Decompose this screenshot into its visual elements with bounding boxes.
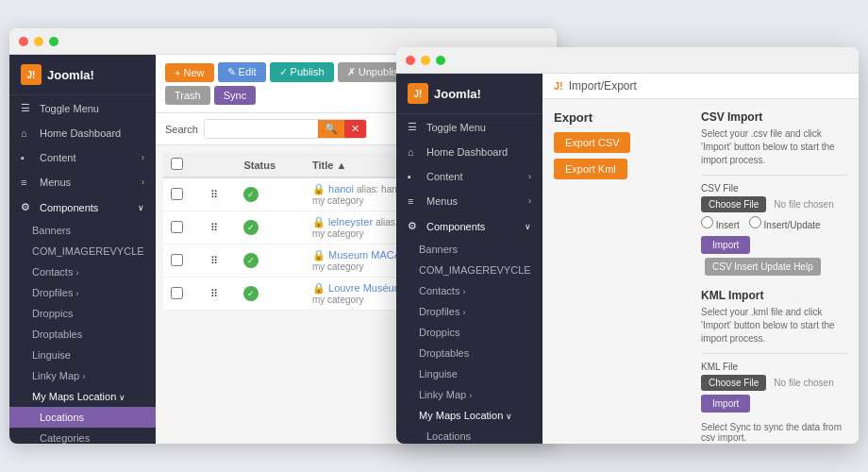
kml-import-button[interactable]: Import xyxy=(701,395,750,413)
sidebar-item-home[interactable]: ⌂ Home Dashboard xyxy=(9,121,156,145)
edit-button[interactable]: ✎ Edit xyxy=(218,62,266,82)
title-link[interactable]: hanoi xyxy=(328,183,354,194)
second-sidebar-dropfiles[interactable]: Dropfiles › xyxy=(396,301,542,322)
kml-file-row: Choose File No file chosen xyxy=(701,375,847,391)
export-csv-button[interactable]: Export CSV xyxy=(554,132,630,153)
row-checkbox[interactable] xyxy=(171,287,183,299)
maximize-dot[interactable] xyxy=(49,37,58,46)
second-sidebar-my-maps[interactable]: My Maps Location ∨ xyxy=(396,405,542,426)
csv-insert-update-label[interactable]: Insert/Update xyxy=(749,216,821,230)
trash-button[interactable]: Trash xyxy=(165,86,210,105)
second-sidebar-logo: J! Joomla! xyxy=(396,74,542,114)
status-icon[interactable]: ✓ xyxy=(243,253,259,268)
sidebar-item-components[interactable]: ⚙ Components ∨ xyxy=(9,194,156,220)
sidebar-item-categories[interactable]: Categories xyxy=(9,428,156,444)
second-content-wrapper: J! Import/Export Export Export CSV Expor… xyxy=(542,74,859,444)
sidebar-item-droptables[interactable]: Droptables xyxy=(9,324,156,345)
sidebar-item-menus[interactable]: ≡ Menus › xyxy=(9,170,156,194)
kml-choose-file-button[interactable]: Choose File xyxy=(701,375,766,391)
second-sidebar-home[interactable]: ⌂ Home Dashboard xyxy=(396,140,542,164)
csv-insert-update-radio[interactable] xyxy=(749,216,761,228)
csv-import-desc: Select your .csv file and click 'Import'… xyxy=(701,127,847,167)
row-checkbox[interactable] xyxy=(171,188,183,200)
row-checkbox[interactable] xyxy=(171,221,183,233)
breadcrumb-text: Import/Export xyxy=(569,79,637,93)
second-sidebar-locations[interactable]: Locations xyxy=(396,426,542,444)
csv-insert-radio[interactable] xyxy=(701,216,713,228)
csv-no-file-text: No file chosen xyxy=(774,199,833,210)
sidebar-item-linky-map[interactable]: Linky Map › xyxy=(9,365,156,386)
csv-import-title: CSV Import xyxy=(701,110,847,124)
second-sidebar-content[interactable]: ▪ Content › xyxy=(396,164,542,189)
chevron-right-icon: › xyxy=(82,372,85,381)
second-sidebar-contacts[interactable]: Contacts › xyxy=(396,280,542,301)
drag-handle-icon: ⠿ xyxy=(210,288,218,299)
chevron-down-icon-3: ∨ xyxy=(506,412,512,421)
chevron-right-icon-5: › xyxy=(462,308,465,317)
second-sidebar-banners[interactable]: Banners xyxy=(396,239,542,260)
status-icon[interactable]: ✓ xyxy=(243,286,259,301)
main-sidebar: J! Joomla! ☰ Toggle Menu ⌂ Home Dashboar… xyxy=(9,55,156,444)
sync-desc: Select Sync to sync the data from csv im… xyxy=(701,422,847,443)
kml-no-file-text: No file chosen xyxy=(774,378,833,388)
sidebar-item-my-maps-location[interactable]: My Maps Location ∨ xyxy=(9,386,156,407)
kml-import-section: KML Import Select your .kml file and cli… xyxy=(701,289,847,444)
minimize-dot-2[interactable] xyxy=(421,56,430,65)
select-all-checkbox[interactable] xyxy=(171,158,183,170)
close-dot[interactable] xyxy=(19,37,28,46)
csv-choose-file-button[interactable]: Choose File xyxy=(701,196,766,212)
joomla-breadcrumb-icon: J! xyxy=(554,80,563,92)
sidebar-item-label: Content xyxy=(40,152,76,163)
export-kml-button[interactable]: Export Kml xyxy=(554,159,627,179)
sidebar-item-toggle-menu[interactable]: ☰ Toggle Menu xyxy=(9,95,156,121)
csv-import-button[interactable]: Import xyxy=(701,236,750,254)
close-dot-2[interactable] xyxy=(406,56,415,65)
csv-insert-label[interactable]: Insert xyxy=(701,216,740,230)
second-sidebar-droptables[interactable]: Droptables xyxy=(396,343,542,363)
sync-button[interactable]: Sync xyxy=(214,86,256,105)
second-sidebar-components[interactable]: ⚙ Components ∨ xyxy=(396,213,542,239)
menus-icon-2: ≡ xyxy=(408,195,421,207)
second-sidebar-linguise[interactable]: Linguise xyxy=(396,363,542,384)
sidebar-item-locations[interactable]: Locations xyxy=(9,407,156,428)
new-button[interactable]: + New xyxy=(165,63,214,82)
row-checkbox[interactable] xyxy=(171,254,183,266)
title-link[interactable]: lelneyster xyxy=(328,216,373,228)
second-sidebar-toggle[interactable]: ☰ Toggle Menu xyxy=(396,114,542,140)
home-icon-2: ⌂ xyxy=(408,146,421,158)
csv-file-row: Choose File No file chosen xyxy=(701,196,847,212)
chevron-right-icon: › xyxy=(75,289,78,298)
search-button[interactable]: 🔍 xyxy=(318,120,344,138)
search-clear-button[interactable]: ✕ xyxy=(344,120,366,138)
menus-icon: ≡ xyxy=(21,177,34,188)
sidebar-item-banners[interactable]: Banners xyxy=(9,220,156,241)
csv-help-button[interactable]: CSV Insert Update Help xyxy=(705,258,821,276)
sidebar-item-linguise[interactable]: Linguise xyxy=(9,345,156,365)
chevron-right-icon: › xyxy=(142,153,144,162)
import-section: CSV Import Select your .csv file and cli… xyxy=(701,110,847,444)
publish-button[interactable]: ✓ Publish xyxy=(270,62,334,82)
content-icon-2: ▪ xyxy=(408,171,421,182)
minimize-dot[interactable] xyxy=(34,37,43,46)
sidebar-item-content[interactable]: ▪ Content › xyxy=(9,145,156,170)
lock-icon: 🔒 xyxy=(312,183,326,194)
search-input[interactable] xyxy=(205,120,318,138)
second-sidebar-menus[interactable]: ≡ Menus › xyxy=(396,189,542,213)
title-link[interactable]: Louvre Muséum xyxy=(328,282,403,294)
second-logo-text: Joomla! xyxy=(434,87,481,101)
status-icon[interactable]: ✓ xyxy=(243,220,259,235)
drag-handle-icon: ⠿ xyxy=(210,189,218,200)
second-sidebar-linky-map[interactable]: Linky Map › xyxy=(396,384,542,405)
second-titlebar xyxy=(396,47,859,74)
chevron-down-icon: ∨ xyxy=(138,203,144,212)
search-input-wrap: 🔍 ✕ xyxy=(204,119,367,139)
sidebar-item-com-imagerevycle[interactable]: COM_IMAGEREVYCLE xyxy=(9,241,156,261)
second-sidebar-com[interactable]: COM_IMAGEREVYCLE xyxy=(396,260,542,280)
maximize-dot-2[interactable] xyxy=(436,56,445,65)
sidebar-item-dropfiles[interactable]: Dropfiles › xyxy=(9,282,156,303)
second-sidebar-droppics[interactable]: Droppics xyxy=(396,322,542,343)
sidebar-item-droppics[interactable]: Droppics xyxy=(9,303,156,324)
status-icon[interactable]: ✓ xyxy=(243,187,259,202)
kml-action-row: Import xyxy=(701,395,847,416)
sidebar-item-contacts[interactable]: Contacts › xyxy=(9,261,156,282)
